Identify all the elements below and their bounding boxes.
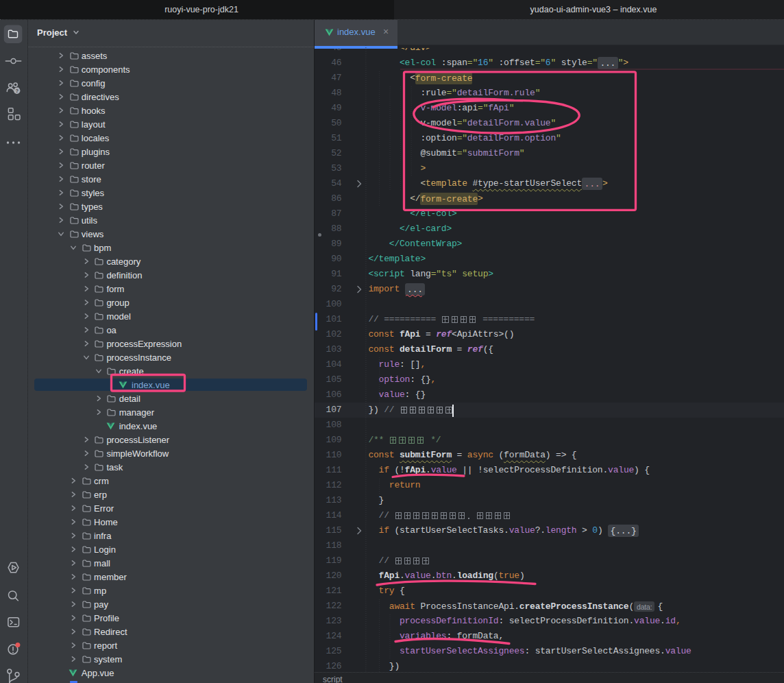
svg-text:?: ? — [15, 88, 19, 94]
